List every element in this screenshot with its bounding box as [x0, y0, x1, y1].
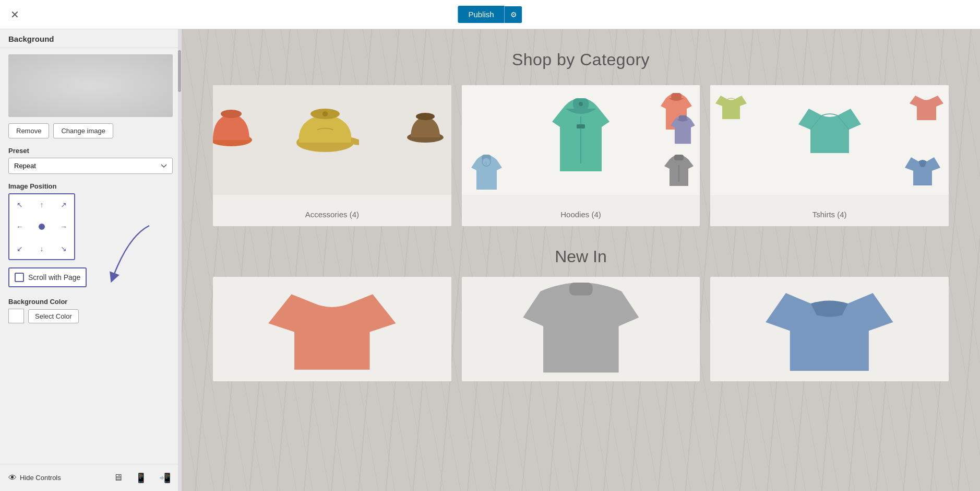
device-icons: 🖥 📱 📲 — [111, 470, 173, 486]
sidebar-content: Remove Change image Preset Repeat Cover … — [0, 48, 181, 464]
product-card-3[interactable] — [710, 277, 949, 381]
hoodies-image: :) — [462, 85, 700, 195]
scroll-with-page-checkbox[interactable] — [15, 273, 24, 282]
background-color-label: Background Color — [8, 298, 173, 306]
brown-hat-icon — [404, 106, 446, 148]
position-bottom-center[interactable]: ↓ — [31, 238, 52, 259]
category-grid: Accessories (4) — [213, 85, 949, 226]
top-bar: ✕ Publish ⚙ — [0, 0, 980, 29]
preview-area: Shop by Category — [182, 29, 980, 491]
settings-button[interactable]: ⚙ — [505, 6, 522, 23]
sidebar-title: Background — [0, 29, 181, 48]
scroll-with-page-container: Scroll with Page — [8, 267, 87, 287]
color-swatch[interactable] — [8, 309, 24, 323]
green-tshirt-icon — [713, 88, 749, 122]
category-card-hoodies[interactable]: :) Hoodies (4) — [462, 85, 700, 226]
new-in-heading: New In — [213, 247, 949, 266]
main-layout: Background Remove Change image Preset Re… — [0, 29, 980, 491]
position-top-left[interactable]: ↖ — [9, 194, 30, 215]
hoodie-scene: :) — [462, 85, 700, 195]
svg-point-4 — [322, 111, 328, 116]
position-top-center[interactable]: ↑ — [31, 194, 52, 215]
change-image-button[interactable]: Change image — [53, 123, 113, 138]
accessories-image — [213, 85, 451, 195]
orange-hat-icon — [213, 101, 255, 153]
publish-area: Publish ⚙ — [458, 6, 522, 23]
teal-hoodie-main-icon — [544, 90, 617, 179]
publish-button[interactable]: Publish — [458, 6, 504, 23]
product-image-3 — [710, 277, 949, 381]
shop-by-category-heading: Shop by Category — [213, 50, 949, 69]
eye-icon: 👁 — [8, 473, 17, 483]
svg-rect-7 — [671, 93, 682, 99]
scroll-with-page-label: Scroll with Page — [28, 273, 80, 282]
product-card-1[interactable] — [213, 277, 451, 381]
tshirts-label: Tshirts (4) — [710, 203, 949, 226]
sidebar: Background Remove Change image Preset Re… — [0, 29, 182, 491]
tshirt-scene — [710, 85, 949, 195]
image-action-buttons: Remove Change image — [8, 123, 173, 138]
blue-hoodie-icon: :) — [467, 150, 506, 195]
preview-content: Shop by Category — [182, 29, 980, 402]
product-image-2 — [462, 277, 700, 381]
category-card-accessories[interactable]: Accessories (4) — [213, 85, 451, 226]
sidebar-bottom: 👁 Hide Controls 🖥 📱 📲 — [0, 464, 181, 491]
accessories-label: Accessories (4) — [213, 203, 451, 226]
tshirts-image — [710, 85, 949, 195]
select-color-button[interactable]: Select Color — [28, 309, 79, 323]
lavender-hoodie-icon — [666, 111, 700, 148]
hide-controls-button[interactable]: 👁 Hide Controls — [8, 473, 61, 483]
blue-polo-icon — [902, 148, 943, 190]
hat-scene — [213, 85, 451, 195]
yellow-hat-icon — [291, 96, 359, 163]
position-middle-right[interactable]: → — [53, 216, 74, 237]
product-card-2[interactable] — [462, 277, 700, 381]
image-position-label: Image Position — [8, 182, 173, 190]
category-card-tshirts[interactable]: Tshirts (4) — [710, 85, 949, 226]
hoodies-label: Hoodies (4) — [462, 203, 700, 226]
hide-controls-label: Hide Controls — [20, 474, 61, 482]
bg-preview-image — [8, 54, 173, 117]
arrow-annotation — [97, 220, 160, 288]
position-bottom-right[interactable]: ↘ — [53, 238, 74, 259]
mobile-icon[interactable]: 📲 — [157, 470, 173, 486]
position-middle-left[interactable]: ← — [9, 216, 30, 237]
gray-hoodie-icon — [661, 150, 697, 190]
color-row: Select Color — [8, 309, 173, 323]
sidebar-scrollbar-thumb — [178, 50, 181, 92]
svg-rect-12 — [577, 124, 585, 128]
svg-rect-8 — [679, 115, 687, 120]
preset-select[interactable]: Repeat Cover Contain No Repeat — [8, 158, 173, 174]
salmon-tshirt-icon — [907, 88, 946, 122]
position-center[interactable] — [31, 216, 52, 237]
teal-sweatshirt-icon — [796, 96, 864, 158]
sidebar-scrollbar[interactable] — [178, 29, 181, 491]
desktop-icon[interactable]: 🖥 — [111, 470, 125, 486]
tablet-icon[interactable]: 📱 — [133, 470, 149, 486]
preset-label: Preset — [8, 147, 173, 155]
image-position-grid: ↖ ↑ ↗ ← → ↙ ↓ ↘ — [8, 193, 75, 260]
svg-point-6 — [416, 113, 435, 120]
svg-point-10 — [579, 102, 583, 106]
svg-point-1 — [221, 110, 242, 118]
position-bottom-left[interactable]: ↙ — [9, 238, 30, 259]
remove-button[interactable]: Remove — [8, 123, 49, 138]
background-color-section: Background Color Select Color — [8, 298, 173, 323]
close-button[interactable]: ✕ — [6, 6, 23, 23]
svg-text::): :) — [484, 160, 487, 165]
background-preview — [8, 54, 173, 117]
product-image-1 — [213, 277, 451, 381]
svg-rect-22 — [569, 283, 592, 295]
product-row — [213, 277, 949, 381]
position-top-right[interactable]: ↗ — [53, 194, 74, 215]
svg-rect-16 — [674, 155, 684, 160]
